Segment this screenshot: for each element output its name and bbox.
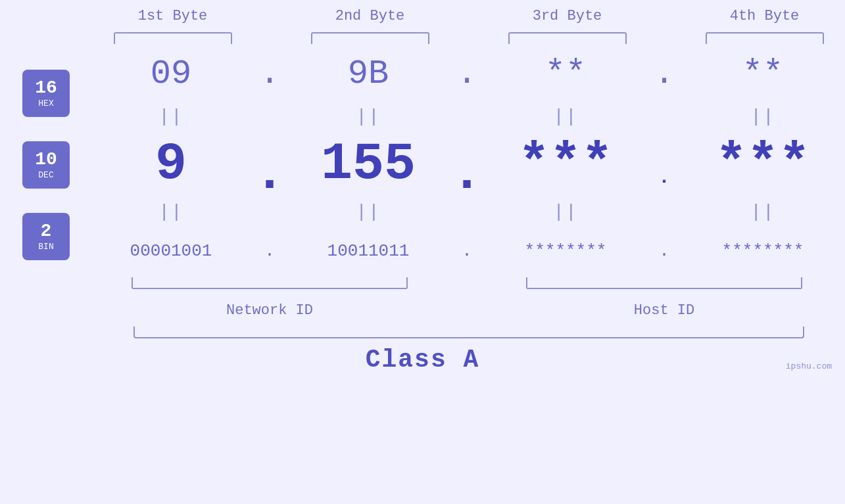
byte-label-3: 3rd Byte [489,8,646,24]
network-id-label: Network ID [226,302,313,319]
hex-val-3: ** [545,55,586,93]
eq1-1: || [158,106,183,127]
hex-val-1: 09 [151,55,191,93]
dec-dot-2: . [451,144,483,204]
hex-badge-number: 16 [35,78,57,99]
dec-val-1: 9 [155,134,187,194]
bin-row: 00001001 . 10011011 . ******** . [92,225,842,277]
eq2-3: || [553,202,578,222]
dec-val-4: *** [715,134,810,194]
equals-row-2: || || || || [92,198,842,225]
eq1-4: || [750,106,775,127]
dec-row: 9 . 155 . *** . *** [92,129,842,198]
hex-dot-1: . [259,55,279,93]
bin-dot-1: . [264,241,275,261]
watermark: ipshu.com [786,361,832,371]
bracket-top-1 [114,32,232,44]
id-labels-row: Network ID Host ID [92,296,842,325]
bracket-top-2 [311,32,429,44]
dec-val-3: *** [518,134,613,194]
bin-val-2: 10011011 [327,241,410,261]
hex-badge-label: HEX [38,99,53,108]
bracket-top-4 [706,32,824,44]
bin-val-4: ******** [722,241,804,261]
bin-badge-label: BIN [38,242,53,252]
bracket-top-3 [508,32,627,44]
eq2-2: || [356,202,381,222]
hex-dot-2: . [456,55,477,93]
bin-dot-3: . [659,241,669,261]
bracket-bottom-network [132,277,408,289]
hex-badge: 16 HEX [22,70,70,117]
dec-val-2: 155 [321,134,416,194]
dec-dot-1: . [254,144,285,204]
hex-val-2: 9B [348,55,389,93]
bin-val-3: ******** [525,241,607,261]
outer-bracket-bottom [133,327,804,338]
bin-val-1: 00001001 [130,241,212,261]
hex-val-4: ** [742,55,783,93]
dec-dot-3: . [658,166,670,189]
page: 1st Byte 2nd Byte 3rd Byte 4th Byte 16 H [0,0,845,504]
dec-badge-label: DEC [38,170,53,180]
byte-label-4: 4th Byte [686,8,844,24]
bin-dot-2: . [462,241,472,261]
eq1-2: || [356,106,381,127]
eq2-4: || [750,202,775,222]
host-id-label: Host ID [634,302,694,319]
byte-label-1: 1st Byte [94,8,252,24]
eq2-1: || [158,202,183,222]
badges-column: 16 HEX 10 DEC 2 BIN [0,44,92,325]
dec-badge-number: 10 [35,150,57,170]
hex-dot-3: . [654,55,674,93]
bracket-bottom-host [526,277,802,289]
eq1-3: || [553,106,578,127]
bin-badge-number: 2 [41,221,52,242]
bottom-brackets [92,277,842,296]
dec-badge: 10 DEC [22,141,70,189]
class-label: Class A [366,346,480,374]
byte-label-2: 2nd Byte [291,8,449,24]
class-row: Class A ipshu.com [0,338,845,381]
bin-badge: 2 BIN [22,213,70,260]
hex-row: 09 . 9B . ** . ** [92,44,842,103]
